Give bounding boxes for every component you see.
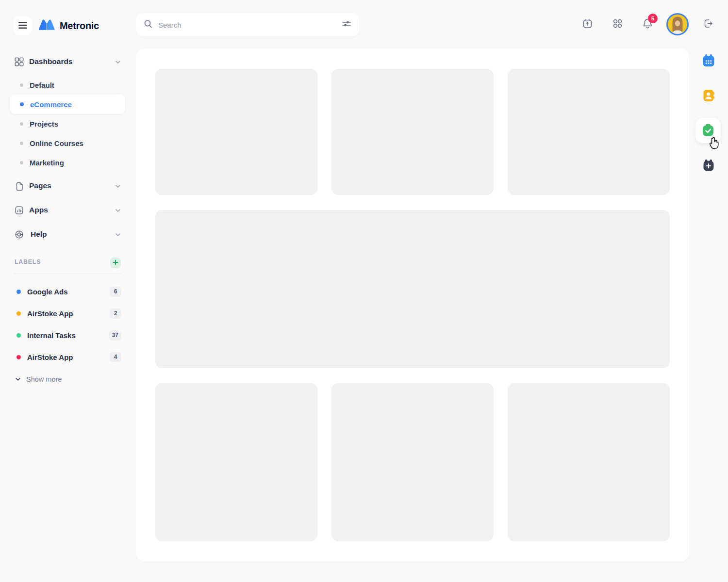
avatar[interactable] — [666, 13, 689, 35]
rail-tasks-button-active[interactable] — [695, 118, 721, 143]
label-internal-tasks[interactable]: Internal Tasks 37 — [10, 327, 121, 343]
sidebar-section-label: Pages — [29, 181, 51, 190]
bullet-dot — [20, 102, 24, 106]
sidebar-section-label: Help — [31, 230, 47, 239]
label-count-badge: 37 — [109, 330, 121, 340]
label-count-badge: 6 — [110, 287, 121, 297]
chevron-down-icon — [115, 207, 121, 216]
sidebar-item-online-courses[interactable]: Online Courses — [10, 133, 125, 153]
label-color-dot — [17, 311, 21, 316]
label-count-badge: 2 — [110, 308, 121, 319]
search-input[interactable] — [158, 21, 342, 29]
plus-icon — [113, 259, 118, 267]
label-color-dot — [17, 290, 21, 294]
bullet-dot — [20, 142, 23, 145]
rail-calendar-button[interactable] — [701, 54, 716, 68]
help-icon — [15, 230, 24, 241]
show-more-button[interactable]: Show more — [11, 372, 66, 386]
search-bar[interactable] — [136, 13, 359, 36]
calendar-icon — [701, 53, 716, 69]
label-color-dot — [17, 355, 21, 359]
show-more-label: Show more — [26, 375, 62, 383]
label-airstoke-app[interactable]: AirStoke App 2 — [10, 306, 121, 321]
sign-out-button[interactable] — [698, 15, 718, 34]
brand: Metronic — [38, 17, 99, 34]
add-label-button[interactable] — [110, 258, 121, 268]
rail-add-button[interactable] — [701, 159, 716, 173]
apps-icon — [15, 206, 24, 217]
sidebar-item-default[interactable]: Default — [10, 75, 125, 95]
add-plus-icon — [702, 159, 715, 174]
label-name: Google Ads — [27, 288, 68, 296]
filter-sliders-icon[interactable] — [342, 20, 351, 30]
search-icon — [144, 19, 152, 30]
brand-name: Metronic — [60, 20, 99, 32]
placeholder-card — [508, 383, 670, 541]
bullet-dot — [20, 83, 23, 87]
placeholder-card — [331, 383, 494, 541]
notification-count-badge: 5 — [648, 14, 658, 23]
pages-icon — [15, 181, 24, 193]
apps-grid-icon — [612, 18, 623, 31]
menu-icon — [18, 21, 28, 31]
sidebar-section-help[interactable]: Help — [0, 226, 126, 243]
labels-heading: LABELS — [15, 259, 41, 265]
contacts-icon — [701, 88, 716, 104]
placeholder-card — [155, 69, 317, 195]
bullet-dot — [20, 122, 23, 126]
apps-grid-button[interactable] — [608, 15, 627, 34]
dashboards-grid-icon — [15, 57, 24, 68]
tasks-check-icon — [700, 122, 716, 139]
main-content-card — [136, 48, 689, 562]
sidebar-section-apps[interactable]: Apps — [0, 201, 126, 219]
label-name: AirStoke App — [27, 309, 73, 318]
chevron-down-icon — [115, 183, 121, 192]
chevron-down-icon — [115, 231, 121, 240]
calendar-add-icon — [582, 18, 593, 31]
chevron-down-icon — [115, 59, 121, 67]
bullet-dot — [20, 161, 23, 164]
placeholder-card-wide — [155, 210, 670, 368]
sidebar-section-label: Dashboards — [29, 57, 73, 66]
label-name: AirStoke App — [27, 353, 73, 361]
rail-contacts-button[interactable] — [701, 89, 716, 103]
label-color-dot — [17, 333, 21, 338]
placeholder-card — [331, 69, 494, 195]
sidebar-item-label: Marketing — [30, 159, 64, 167]
menu-button[interactable] — [14, 16, 32, 35]
sidebar-section-label: Apps — [29, 206, 48, 214]
sidebar-section-pages[interactable]: Pages — [0, 177, 126, 194]
sidebar-item-projects[interactable]: Projects — [10, 114, 125, 133]
placeholder-card — [155, 383, 317, 541]
sign-out-icon — [703, 18, 714, 31]
label-count-badge: 4 — [110, 352, 121, 362]
calendar-add-button[interactable] — [578, 15, 597, 34]
sidebar-item-ecommerce[interactable]: eCommerce — [10, 95, 125, 114]
sidebar-item-label: Default — [30, 81, 54, 89]
label-google-ads[interactable]: Google Ads 6 — [10, 284, 121, 299]
label-airstoke-app-2[interactable]: AirStoke App 4 — [10, 349, 121, 365]
divider — [14, 274, 121, 274]
sidebar-item-label: eCommerce — [30, 100, 72, 109]
chevron-down-icon — [15, 376, 21, 383]
placeholder-card — [508, 69, 670, 195]
sidebar-item-label: Online Courses — [30, 139, 83, 147]
sidebar-item-label: Projects — [30, 120, 58, 128]
metronic-logo-icon — [38, 18, 55, 33]
label-name: Internal Tasks — [27, 331, 76, 340]
sidebar-section-dashboards[interactable]: Dashboards — [0, 53, 126, 70]
sidebar-item-marketing[interactable]: Marketing — [10, 153, 125, 172]
